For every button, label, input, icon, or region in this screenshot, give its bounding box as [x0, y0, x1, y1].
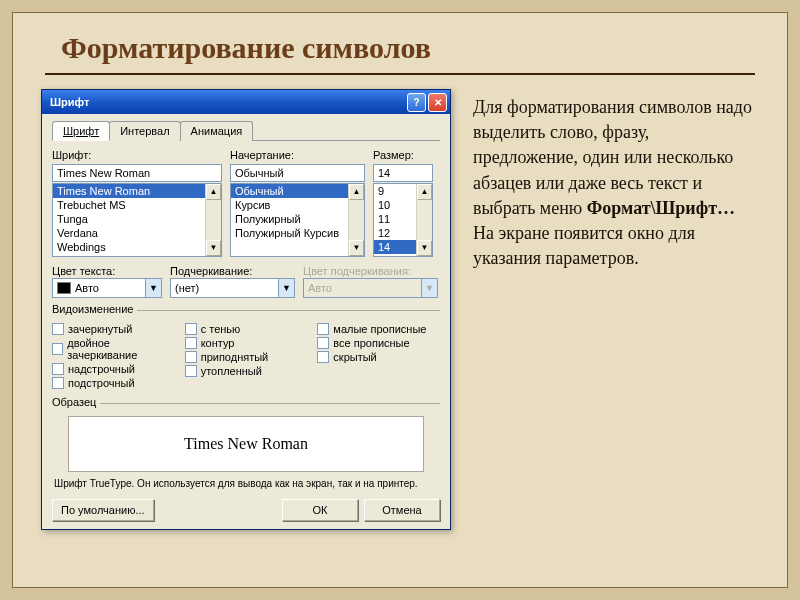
check-outline[interactable]: контур [185, 337, 308, 349]
font-inputs-row: Times New Roman Trebuchet MS Tunga Verda… [52, 164, 440, 257]
list-item[interactable]: Полужирный [231, 212, 364, 226]
tab-strip: Шрифт Интервал Анимация [52, 120, 440, 141]
check-hidden[interactable]: скрытый [317, 351, 440, 363]
scroll-up-icon[interactable]: ▲ [417, 184, 432, 200]
scroll-down-icon[interactable]: ▼ [417, 240, 432, 256]
help-button[interactable]: ? [407, 93, 426, 112]
font-label: Шрифт: [52, 149, 222, 161]
check-allcaps[interactable]: все прописные [317, 337, 440, 349]
dialog-body: Шрифт Интервал Анимация Шрифт: Начертани… [42, 114, 450, 529]
style-listbox[interactable]: Обычный Курсив Полужирный Полужирный Кур… [230, 183, 365, 257]
effects-group: Видоизменение [52, 310, 440, 311]
dialog-title: Шрифт [50, 96, 405, 108]
para-text: На экране появится окно для указания пар… [473, 223, 695, 268]
list-item[interactable]: Verdana [53, 226, 221, 240]
list-item[interactable]: Times New Roman [53, 184, 221, 198]
check-shadow[interactable]: с тенью [185, 323, 308, 335]
font-input[interactable] [52, 164, 222, 182]
scroll-up-icon[interactable]: ▲ [206, 184, 221, 200]
list-item[interactable]: Полужирный Курсив [231, 226, 364, 240]
list-item[interactable]: Курсив [231, 198, 364, 212]
scrollbar[interactable]: ▲ ▼ [205, 184, 221, 256]
sample-label: Образец [52, 396, 100, 408]
list-item[interactable]: Tunga [53, 212, 221, 226]
font-labels-row: Шрифт: Начертание: Размер: [52, 149, 440, 162]
content-row: Шрифт ? ✕ Шрифт Интервал Анимация Шрифт:… [13, 89, 787, 530]
textcolor-combo[interactable]: Авто ▼ [52, 278, 162, 298]
body-text: Для форматирования символов надо выделит… [469, 89, 759, 530]
effects-checks: зачеркнутый двойное зачеркивание надстро… [52, 323, 440, 391]
list-item[interactable]: Webdings [53, 240, 221, 254]
check-smallcaps[interactable]: малые прописные [317, 323, 440, 335]
slide-title: Форматирование символов [13, 13, 787, 73]
size-listbox[interactable]: 9 10 11 12 14 ▲ ▼ [373, 183, 433, 257]
list-item[interactable]: Обычный [231, 184, 364, 198]
scroll-down-icon[interactable]: ▼ [349, 240, 364, 256]
font-listbox[interactable]: Times New Roman Trebuchet MS Tunga Verda… [52, 183, 222, 257]
underline-label: Подчеркивание: [170, 265, 295, 277]
truetype-hint: Шрифт TrueType. Он используется для выво… [52, 476, 440, 493]
menu-path: Формат\Шрифт… [587, 198, 735, 218]
font-dialog: Шрифт ? ✕ Шрифт Интервал Анимация Шрифт:… [41, 89, 451, 530]
scroll-down-icon[interactable]: ▼ [206, 240, 221, 256]
ulcolor-combo: Авто ▼ [303, 278, 438, 298]
effects-label: Видоизменение [52, 303, 137, 315]
ok-button[interactable]: ОК [282, 499, 358, 521]
color-row: Цвет текста: Авто ▼ Подчеркивание: (нет)… [52, 265, 440, 298]
style-label: Начертание: [230, 149, 365, 161]
close-button[interactable]: ✕ [428, 93, 447, 112]
check-strikethrough[interactable]: зачеркнутый [52, 323, 175, 335]
chevron-down-icon: ▼ [421, 279, 437, 297]
list-item[interactable]: Trebuchet MS [53, 198, 221, 212]
style-input[interactable] [230, 164, 365, 182]
scrollbar[interactable]: ▲ ▼ [416, 184, 432, 256]
preview-box: Times New Roman [68, 416, 424, 472]
button-row: По умолчанию... ОК Отмена [52, 499, 440, 521]
tab-animation[interactable]: Анимация [180, 121, 254, 141]
slide-container: Форматирование символов Шрифт ? ✕ Шрифт … [12, 12, 788, 588]
check-double-strike[interactable]: двойное зачеркивание [52, 337, 175, 361]
ulcolor-label: Цвет подчеркивания: [303, 265, 438, 277]
underline-combo[interactable]: (нет) ▼ [170, 278, 295, 298]
dialog-titlebar[interactable]: Шрифт ? ✕ [42, 90, 450, 114]
check-emboss[interactable]: приподнятый [185, 351, 308, 363]
cancel-button[interactable]: Отмена [364, 499, 440, 521]
chevron-down-icon[interactable]: ▼ [278, 279, 294, 297]
check-subscript[interactable]: подстрочный [52, 377, 175, 389]
check-superscript[interactable]: надстрочный [52, 363, 175, 375]
scrollbar[interactable]: ▲ ▼ [348, 184, 364, 256]
check-engrave[interactable]: утопленный [185, 365, 308, 377]
tab-spacing[interactable]: Интервал [109, 121, 180, 141]
title-rule [45, 73, 755, 75]
tab-font[interactable]: Шрифт [52, 121, 110, 141]
scroll-up-icon[interactable]: ▲ [349, 184, 364, 200]
chevron-down-icon[interactable]: ▼ [145, 279, 161, 297]
size-label: Размер: [373, 149, 433, 161]
textcolor-label: Цвет текста: [52, 265, 162, 277]
size-input[interactable] [373, 164, 433, 182]
sample-group: Образец [52, 403, 440, 404]
color-swatch-icon [57, 282, 71, 294]
default-button[interactable]: По умолчанию... [52, 499, 154, 521]
